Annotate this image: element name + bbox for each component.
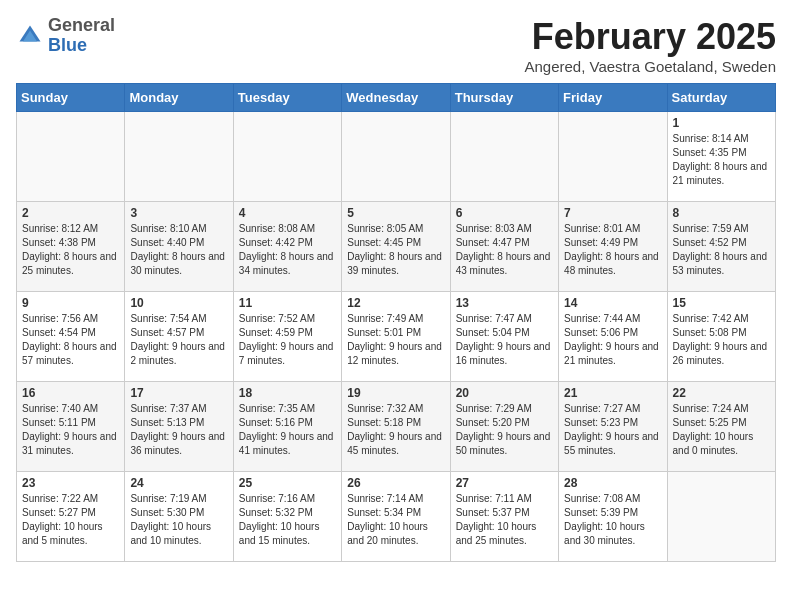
- day-info: Sunrise: 7:08 AM Sunset: 5:39 PM Dayligh…: [564, 492, 661, 548]
- calendar-cell: 17Sunrise: 7:37 AM Sunset: 5:13 PM Dayli…: [125, 382, 233, 472]
- calendar-cell: 26Sunrise: 7:14 AM Sunset: 5:34 PM Dayli…: [342, 472, 450, 562]
- logo-text: General Blue: [48, 16, 115, 56]
- header-day-tuesday: Tuesday: [233, 84, 341, 112]
- logo-icon: [16, 22, 44, 50]
- day-number: 24: [130, 476, 227, 490]
- calendar-cell: 4Sunrise: 8:08 AM Sunset: 4:42 PM Daylig…: [233, 202, 341, 292]
- day-number: 11: [239, 296, 336, 310]
- week-row-3: 16Sunrise: 7:40 AM Sunset: 5:11 PM Dayli…: [17, 382, 776, 472]
- calendar-cell: [559, 112, 667, 202]
- day-info: Sunrise: 8:03 AM Sunset: 4:47 PM Dayligh…: [456, 222, 553, 278]
- header-day-sunday: Sunday: [17, 84, 125, 112]
- day-number: 27: [456, 476, 553, 490]
- day-number: 20: [456, 386, 553, 400]
- day-number: 7: [564, 206, 661, 220]
- calendar-cell: [233, 112, 341, 202]
- calendar-cell: [125, 112, 233, 202]
- calendar-cell: 12Sunrise: 7:49 AM Sunset: 5:01 PM Dayli…: [342, 292, 450, 382]
- calendar-cell: 6Sunrise: 8:03 AM Sunset: 4:47 PM Daylig…: [450, 202, 558, 292]
- calendar-cell: 19Sunrise: 7:32 AM Sunset: 5:18 PM Dayli…: [342, 382, 450, 472]
- day-info: Sunrise: 7:37 AM Sunset: 5:13 PM Dayligh…: [130, 402, 227, 458]
- header: General Blue February 2025 Angered, Vaes…: [16, 16, 776, 75]
- calendar-cell: 25Sunrise: 7:16 AM Sunset: 5:32 PM Dayli…: [233, 472, 341, 562]
- calendar-cell: 1Sunrise: 8:14 AM Sunset: 4:35 PM Daylig…: [667, 112, 775, 202]
- day-info: Sunrise: 7:42 AM Sunset: 5:08 PM Dayligh…: [673, 312, 770, 368]
- day-info: Sunrise: 7:22 AM Sunset: 5:27 PM Dayligh…: [22, 492, 119, 548]
- day-number: 17: [130, 386, 227, 400]
- week-row-4: 23Sunrise: 7:22 AM Sunset: 5:27 PM Dayli…: [17, 472, 776, 562]
- calendar-cell: 7Sunrise: 8:01 AM Sunset: 4:49 PM Daylig…: [559, 202, 667, 292]
- calendar-cell: 10Sunrise: 7:54 AM Sunset: 4:57 PM Dayli…: [125, 292, 233, 382]
- calendar-cell: 14Sunrise: 7:44 AM Sunset: 5:06 PM Dayli…: [559, 292, 667, 382]
- day-number: 22: [673, 386, 770, 400]
- day-number: 15: [673, 296, 770, 310]
- calendar-cell: 18Sunrise: 7:35 AM Sunset: 5:16 PM Dayli…: [233, 382, 341, 472]
- header-day-friday: Friday: [559, 84, 667, 112]
- day-number: 14: [564, 296, 661, 310]
- day-info: Sunrise: 8:10 AM Sunset: 4:40 PM Dayligh…: [130, 222, 227, 278]
- day-number: 2: [22, 206, 119, 220]
- day-info: Sunrise: 7:56 AM Sunset: 4:54 PM Dayligh…: [22, 312, 119, 368]
- day-number: 10: [130, 296, 227, 310]
- day-info: Sunrise: 8:14 AM Sunset: 4:35 PM Dayligh…: [673, 132, 770, 188]
- calendar-cell: [17, 112, 125, 202]
- calendar-cell: 23Sunrise: 7:22 AM Sunset: 5:27 PM Dayli…: [17, 472, 125, 562]
- calendar-cell: 20Sunrise: 7:29 AM Sunset: 5:20 PM Dayli…: [450, 382, 558, 472]
- calendar-cell: 11Sunrise: 7:52 AM Sunset: 4:59 PM Dayli…: [233, 292, 341, 382]
- week-row-1: 2Sunrise: 8:12 AM Sunset: 4:38 PM Daylig…: [17, 202, 776, 292]
- day-info: Sunrise: 7:44 AM Sunset: 5:06 PM Dayligh…: [564, 312, 661, 368]
- calendar-table: SundayMondayTuesdayWednesdayThursdayFrid…: [16, 83, 776, 562]
- calendar-cell: 9Sunrise: 7:56 AM Sunset: 4:54 PM Daylig…: [17, 292, 125, 382]
- day-number: 18: [239, 386, 336, 400]
- day-info: Sunrise: 7:11 AM Sunset: 5:37 PM Dayligh…: [456, 492, 553, 548]
- day-info: Sunrise: 7:52 AM Sunset: 4:59 PM Dayligh…: [239, 312, 336, 368]
- day-number: 12: [347, 296, 444, 310]
- day-info: Sunrise: 7:49 AM Sunset: 5:01 PM Dayligh…: [347, 312, 444, 368]
- calendar-subtitle: Angered, Vaestra Goetaland, Sweden: [524, 58, 776, 75]
- day-number: 1: [673, 116, 770, 130]
- day-number: 16: [22, 386, 119, 400]
- day-number: 21: [564, 386, 661, 400]
- calendar-cell: 3Sunrise: 8:10 AM Sunset: 4:40 PM Daylig…: [125, 202, 233, 292]
- calendar-cell: 13Sunrise: 7:47 AM Sunset: 5:04 PM Dayli…: [450, 292, 558, 382]
- day-info: Sunrise: 7:35 AM Sunset: 5:16 PM Dayligh…: [239, 402, 336, 458]
- calendar-cell: 16Sunrise: 7:40 AM Sunset: 5:11 PM Dayli…: [17, 382, 125, 472]
- day-info: Sunrise: 8:12 AM Sunset: 4:38 PM Dayligh…: [22, 222, 119, 278]
- calendar-header-row: SundayMondayTuesdayWednesdayThursdayFrid…: [17, 84, 776, 112]
- day-info: Sunrise: 7:59 AM Sunset: 4:52 PM Dayligh…: [673, 222, 770, 278]
- day-info: Sunrise: 7:16 AM Sunset: 5:32 PM Dayligh…: [239, 492, 336, 548]
- calendar-cell: 24Sunrise: 7:19 AM Sunset: 5:30 PM Dayli…: [125, 472, 233, 562]
- day-number: 6: [456, 206, 553, 220]
- calendar-cell: [450, 112, 558, 202]
- day-number: 5: [347, 206, 444, 220]
- header-day-monday: Monday: [125, 84, 233, 112]
- day-number: 19: [347, 386, 444, 400]
- day-info: Sunrise: 7:54 AM Sunset: 4:57 PM Dayligh…: [130, 312, 227, 368]
- calendar-body: 1Sunrise: 8:14 AM Sunset: 4:35 PM Daylig…: [17, 112, 776, 562]
- calendar-title: February 2025: [524, 16, 776, 58]
- title-section: February 2025 Angered, Vaestra Goetaland…: [524, 16, 776, 75]
- day-number: 28: [564, 476, 661, 490]
- day-info: Sunrise: 7:24 AM Sunset: 5:25 PM Dayligh…: [673, 402, 770, 458]
- calendar-cell: 8Sunrise: 7:59 AM Sunset: 4:52 PM Daylig…: [667, 202, 775, 292]
- day-number: 3: [130, 206, 227, 220]
- day-number: 23: [22, 476, 119, 490]
- day-info: Sunrise: 8:08 AM Sunset: 4:42 PM Dayligh…: [239, 222, 336, 278]
- logo: General Blue: [16, 16, 115, 56]
- week-row-2: 9Sunrise: 7:56 AM Sunset: 4:54 PM Daylig…: [17, 292, 776, 382]
- day-number: 4: [239, 206, 336, 220]
- day-info: Sunrise: 7:29 AM Sunset: 5:20 PM Dayligh…: [456, 402, 553, 458]
- day-number: 25: [239, 476, 336, 490]
- header-day-wednesday: Wednesday: [342, 84, 450, 112]
- calendar-cell: 22Sunrise: 7:24 AM Sunset: 5:25 PM Dayli…: [667, 382, 775, 472]
- logo-general: General: [48, 16, 115, 36]
- day-info: Sunrise: 7:47 AM Sunset: 5:04 PM Dayligh…: [456, 312, 553, 368]
- day-info: Sunrise: 7:14 AM Sunset: 5:34 PM Dayligh…: [347, 492, 444, 548]
- day-number: 9: [22, 296, 119, 310]
- calendar-cell: [342, 112, 450, 202]
- calendar-cell: 5Sunrise: 8:05 AM Sunset: 4:45 PM Daylig…: [342, 202, 450, 292]
- day-info: Sunrise: 7:32 AM Sunset: 5:18 PM Dayligh…: [347, 402, 444, 458]
- calendar-cell: 21Sunrise: 7:27 AM Sunset: 5:23 PM Dayli…: [559, 382, 667, 472]
- calendar-cell: [667, 472, 775, 562]
- day-info: Sunrise: 7:27 AM Sunset: 5:23 PM Dayligh…: [564, 402, 661, 458]
